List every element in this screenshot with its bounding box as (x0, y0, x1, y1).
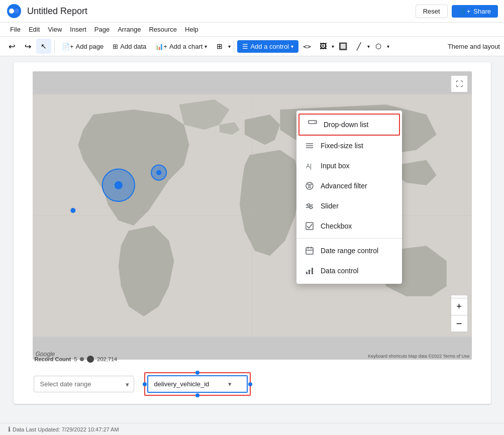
delivery-vehicle-select[interactable]: delivery_vehicle_id ▾ (147, 375, 248, 393)
menu-item-advanced-filter[interactable]: Advanced filter (296, 176, 402, 196)
zoom-out-button[interactable]: − (451, 315, 468, 332)
svg-point-9 (156, 170, 161, 175)
share-button[interactable]: 👤+ Share (452, 5, 498, 18)
add-page-button[interactable]: 📄+ Add page (58, 40, 108, 53)
map-zoom-controls: + − (451, 298, 468, 332)
legend-dot-count: 5 (74, 356, 77, 362)
handle-left (143, 382, 147, 386)
handle-top (195, 371, 199, 375)
svg-rect-32 (306, 272, 308, 274)
fixed-size-list-icon (305, 141, 315, 151)
menu-help[interactable]: Help (181, 23, 203, 36)
shape-chevron: ▾ (387, 44, 389, 49)
dropdown-list-icon (308, 120, 318, 130)
menu-item-dropdown-list[interactable]: Drop-down list (298, 114, 400, 136)
control-dropdown-menu: Drop-down list Fixed-size list A| Input … (296, 111, 402, 284)
add-page-icon: 📄+ (62, 43, 74, 50)
select-tool-button[interactable]: ↖ (36, 39, 51, 54)
map-expand-button[interactable]: ⛶ (451, 75, 468, 92)
add-data-button[interactable]: ⊞ Add data (109, 40, 150, 53)
menu-arrange[interactable]: Arrange (114, 23, 145, 36)
menu-divider (296, 238, 402, 239)
redo-button[interactable]: ↪ (20, 39, 35, 54)
delivery-vehicle-value: delivery_vehicle_id (154, 380, 210, 388)
status-text: Data Last Updated: 7/29/2022 10:47:27 AM (13, 426, 119, 432)
handle-bottom (195, 393, 199, 397)
svg-point-26 (310, 206, 313, 209)
app-logo (6, 3, 22, 19)
add-data-icon: ⊞ (113, 43, 118, 50)
code-button[interactable]: <> (299, 39, 315, 54)
toolbar: ↩ ↪ ↖ 📄+ Add page ⊞ Add data 📊+ Add a ch… (0, 37, 504, 56)
canvas-area: ⛶ 🚶 + − Keyboard shortcuts Map data ©202… (0, 56, 504, 431)
world-map (33, 71, 472, 360)
report-canvas: ⛶ 🚶 + − Keyboard shortcuts Map data ©202… (14, 62, 491, 404)
legend-dot-large (87, 356, 94, 363)
add-chart-button[interactable]: 📊+ Add a chart ▾ (151, 40, 211, 53)
shape-button[interactable]: ⬡ (371, 39, 386, 54)
selected-control-wrapper: delivery_vehicle_id ▾ (144, 372, 251, 396)
svg-point-1 (9, 9, 14, 14)
bottom-controls: Select date range ▾ delivery_vehicle_id … (34, 372, 471, 396)
theme-layout-label[interactable]: Theme and layout (448, 43, 500, 50)
app-title: Untitled Report (27, 6, 87, 17)
reset-button[interactable]: Reset (416, 5, 448, 18)
layout-chevron: ▾ (228, 44, 231, 49)
add-control-button[interactable]: ☰ Add a control ▾ (237, 40, 298, 53)
line-chevron: ▾ (367, 44, 370, 49)
date-range-icon (305, 246, 315, 256)
svg-text:A|: A| (306, 163, 312, 170)
menu-item-date-range-control[interactable]: Date range control (296, 241, 402, 261)
control-chevron-icon: ▾ (291, 44, 293, 49)
menu-file[interactable]: File (6, 23, 25, 36)
menu-resource[interactable]: Resource (145, 23, 181, 36)
svg-rect-33 (309, 270, 310, 274)
menu-item-input-box[interactable]: A| Input box (296, 156, 402, 176)
menu-edit[interactable]: Edit (25, 23, 44, 36)
checkbox-icon (305, 221, 315, 231)
menu-item-checkbox[interactable]: Checkbox (296, 216, 402, 236)
image-chevron: ▾ (332, 44, 334, 49)
svg-point-7 (114, 181, 122, 189)
line-button[interactable]: ╱ (351, 39, 366, 54)
undo-button[interactable]: ↩ (4, 39, 19, 54)
legend-label: Record Count (35, 356, 71, 362)
menu-insert[interactable]: Insert (66, 23, 90, 36)
handle-right (248, 382, 252, 386)
date-range-wrapper: Select date range ▾ (34, 376, 134, 392)
status-icon: ℹ (8, 425, 11, 433)
menu-item-data-control[interactable]: Data control (296, 261, 402, 281)
legend-value: 202,714 (97, 356, 117, 362)
menu-page[interactable]: Page (90, 23, 114, 36)
menu-item-fixed-size-list[interactable]: Fixed-size list (296, 136, 402, 156)
date-range-select[interactable]: Select date range (34, 376, 134, 392)
svg-point-10 (70, 208, 75, 213)
legend: Record Count 5 202,714 (35, 356, 118, 363)
advanced-filter-icon (305, 181, 315, 191)
legend-dot-small (80, 357, 84, 361)
image-button[interactable]: 🖼 (316, 39, 331, 54)
data-control-icon (305, 266, 315, 276)
menu-view[interactable]: View (44, 23, 66, 36)
delivery-vehicle-chevron: ▾ (228, 380, 232, 388)
layout-button[interactable]: ⊞ (212, 39, 227, 54)
control-icon: ☰ (242, 43, 248, 50)
input-box-icon: A| (305, 161, 315, 171)
slider-icon (305, 201, 315, 211)
map-container: ⛶ 🚶 + − Keyboard shortcuts Map data ©202… (33, 71, 472, 360)
svg-point-24 (308, 204, 310, 206)
menu-bar: File Edit View Insert Page Arrange Resou… (0, 23, 504, 37)
person-add-icon: 👤+ (459, 8, 471, 15)
menu-item-slider[interactable]: Slider (296, 196, 402, 216)
svg-point-2 (14, 9, 19, 14)
map-attribution: Keyboard shortcuts Map data ©2022 Terms … (368, 354, 469, 359)
chart-chevron-icon: ▾ (205, 44, 207, 49)
add-chart-icon: 📊+ (155, 43, 167, 50)
zoom-in-button[interactable]: + (451, 298, 468, 315)
svg-rect-28 (306, 248, 313, 254)
text-button[interactable]: 🔲 (335, 39, 350, 54)
status-bar: ℹ Data Last Updated: 7/29/2022 10:47:27 … (0, 423, 504, 435)
